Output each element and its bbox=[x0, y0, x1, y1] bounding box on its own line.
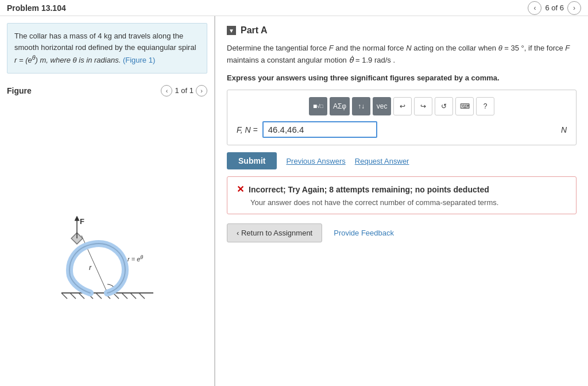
top-bar: Problem 13.104 ‹ 6 of 6 › bbox=[0, 0, 588, 16]
previous-answers-button[interactable]: Previous Answers bbox=[286, 157, 345, 165]
svg-line-8 bbox=[122, 293, 127, 299]
reset-button[interactable]: ↺ bbox=[435, 97, 453, 115]
error-message: Your answer does not have the correct nu… bbox=[250, 198, 567, 207]
math-toolbar: ■√□ ΑΣφ ↑↓ vec ↩ ↪ ↺ ⌨ ? bbox=[237, 97, 567, 115]
left-panel: The collar has a mass of 4 kg and travel… bbox=[0, 16, 215, 386]
problem-navigation: ‹ 6 of 6 › bbox=[528, 1, 581, 15]
svg-text:r: r bbox=[89, 263, 92, 272]
figure-count: 1 of 1 bbox=[175, 86, 194, 95]
part-label: Part A bbox=[241, 25, 268, 36]
express-note: Express your answers using three signifi… bbox=[227, 72, 577, 84]
error-box: ✕ Incorrect; Try Again; 8 attempts remai… bbox=[227, 176, 577, 214]
svg-line-10 bbox=[139, 293, 145, 299]
svg-line-1 bbox=[61, 293, 67, 299]
problem-description-box: The collar has a mass of 4 kg and travel… bbox=[7, 23, 207, 74]
bottom-actions: ‹ Return to Assignment Provide Feedback bbox=[227, 223, 577, 242]
help-button[interactable]: ? bbox=[476, 97, 494, 115]
template-button[interactable]: ■√□ bbox=[309, 97, 327, 115]
problem-text: The collar has a mass of 4 kg and travel… bbox=[14, 32, 196, 52]
submit-button[interactable]: Submit bbox=[227, 152, 277, 169]
answer-box: ■√□ ΑΣφ ↑↓ vec ↩ ↪ ↺ ⌨ ? F, N = N bbox=[227, 90, 577, 145]
svg-text:r = eθ: r = eθ bbox=[127, 254, 143, 263]
error-icon: ✕ bbox=[237, 184, 244, 195]
input-label: F, N = bbox=[237, 125, 258, 134]
prev-figure-button[interactable]: ‹ bbox=[161, 85, 172, 96]
error-header: ✕ Incorrect; Try Again; 8 attempts remai… bbox=[237, 184, 567, 195]
collapse-button[interactable]: ▼ bbox=[227, 26, 236, 35]
error-title: Incorrect; Try Again; 8 attempts remaini… bbox=[249, 185, 489, 194]
next-problem-button[interactable]: › bbox=[567, 1, 581, 15]
express-bold: Express your answers using three signifi… bbox=[227, 74, 500, 82]
figure-image: r θ bbox=[7, 101, 207, 381]
action-row: Submit Previous Answers Request Answer bbox=[227, 152, 577, 169]
vec-button[interactable]: vec bbox=[373, 97, 391, 115]
figure-header: Figure ‹ 1 of 1 › bbox=[7, 85, 207, 96]
right-panel: ▼ Part A Determine the tangential force … bbox=[215, 16, 588, 386]
svg-text:F: F bbox=[80, 217, 84, 226]
greek-button[interactable]: ΑΣφ bbox=[330, 97, 350, 115]
undo-button[interactable]: ↩ bbox=[393, 97, 412, 115]
figure-section: Figure ‹ 1 of 1 › bbox=[0, 80, 214, 386]
return-button[interactable]: ‹ Return to Assignment bbox=[227, 223, 322, 242]
figure-link[interactable]: (Figure 1) bbox=[123, 56, 155, 64]
problem-description: Determine the tangential force F and the… bbox=[227, 43, 577, 67]
unit-label: N bbox=[561, 125, 567, 134]
part-header: ▼ Part A bbox=[227, 25, 577, 36]
request-answer-button[interactable]: Request Answer bbox=[355, 157, 409, 165]
svg-line-9 bbox=[130, 293, 136, 299]
svg-line-5 bbox=[96, 293, 102, 299]
spiral-diagram: r θ bbox=[38, 178, 176, 304]
figure-navigation: ‹ 1 of 1 › bbox=[161, 85, 207, 96]
problem-count: 6 of 6 bbox=[545, 3, 564, 12]
prev-problem-button[interactable]: ‹ bbox=[528, 1, 541, 15]
redo-button[interactable]: ↪ bbox=[414, 97, 432, 115]
figure-title: Figure bbox=[7, 86, 32, 95]
keyboard-button[interactable]: ⌨ bbox=[455, 97, 474, 115]
svg-line-2 bbox=[70, 293, 76, 299]
answer-input[interactable] bbox=[262, 121, 377, 138]
problem-equation: r = (eθ) m, where θ is in radians. bbox=[14, 56, 121, 64]
feedback-link[interactable]: Provide Feedback bbox=[334, 229, 394, 237]
main-content: The collar has a mass of 4 kg and travel… bbox=[0, 16, 588, 386]
format-button[interactable]: ↑↓ bbox=[352, 97, 370, 115]
input-row: F, N = N bbox=[237, 121, 567, 138]
problem-title: Problem 13.104 bbox=[7, 3, 66, 13]
next-figure-button[interactable]: › bbox=[196, 85, 207, 96]
